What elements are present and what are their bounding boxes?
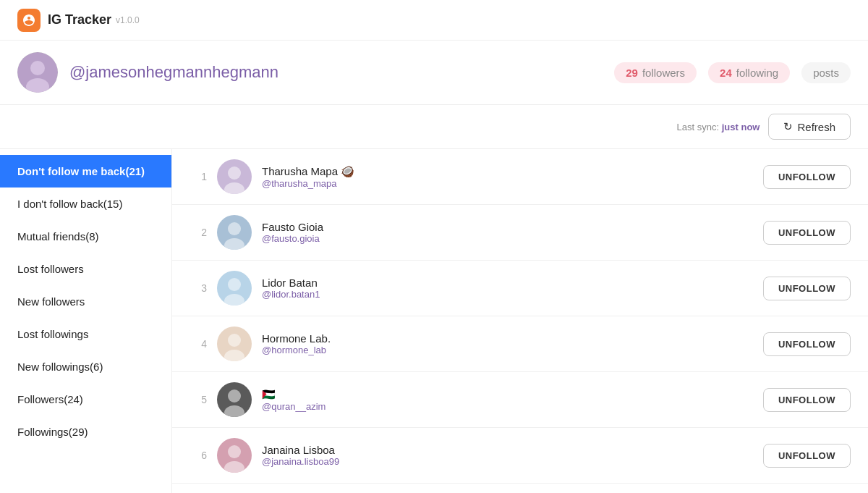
following-label: following [736,67,778,79]
unfollow-button[interactable]: UNFOLLOW [763,165,851,189]
svg-point-16 [228,389,241,403]
user-name: Tharusha Mapa 🥥 [262,165,753,178]
user-row: 3 Lidor Batan@lidor.batan1UNFOLLOW [172,261,868,316]
svg-point-13 [228,334,241,347]
row-number: 2 [190,227,207,238]
user-row: 6 Janaina Lisboa@janaina.lisboa99UNFOLLO… [172,428,868,484]
user-name: Fausto Gioia [262,221,753,233]
user-handle: @tharusha_mapa [262,178,753,189]
user-avatar [217,159,252,194]
unfollow-button[interactable]: UNFOLLOW [763,221,851,245]
sidebar-item-i-dont-follow[interactable]: I don't follow back(15) [0,187,171,220]
row-number: 1 [190,171,207,182]
sidebar-item-dont-follow-back[interactable]: Don't follow me back(21) [0,155,171,187]
refresh-icon: ↻ [783,120,793,133]
user-info: Hormone Lab.@hormone_lab [262,332,753,355]
posts-label: posts [813,67,839,79]
unfollow-button[interactable]: UNFOLLOW [763,277,851,300]
profile-bar: @jamesonhegmannhegmann 29 followers 24 f… [0,41,868,105]
user-avatar [217,271,252,306]
following-count: 24 [720,67,732,79]
app-title: IG Tracker [48,12,111,28]
sync-label: Last sync: just now [677,122,760,132]
app-logo-icon [17,9,41,32]
user-avatar [217,438,252,473]
sidebar-item-mutual-friends[interactable]: Mutual friends(8) [0,220,171,253]
content-area: 1 Tharusha Mapa 🥥@tharusha_mapaUNFOLLOW2… [172,149,868,493]
posts-badge: posts [801,62,851,83]
svg-point-10 [228,278,241,291]
user-row: 1 Tharusha Mapa 🥥@tharusha_mapaUNFOLLOW [172,149,868,205]
refresh-label: Refresh [797,121,835,133]
sidebar-item-new-followings[interactable]: New followings(6) [0,350,171,383]
svg-point-4 [228,167,241,180]
user-handle: @lidor.batan1 [262,289,753,300]
app-version: v1.0.0 [116,15,140,25]
user-info: 🇵🇸@quran__azim [262,388,753,412]
sidebar-item-lost-followers[interactable]: Lost followers [0,253,171,285]
unfollow-button[interactable]: UNFOLLOW [763,444,851,468]
row-number: 5 [190,394,207,405]
sidebar-item-new-followers[interactable]: New followers [0,285,171,318]
sync-time: just now [722,122,760,132]
user-avatar [217,382,252,417]
followers-label: followers [642,67,685,79]
profile-avatar [17,52,58,93]
user-avatar [217,215,252,250]
sidebar: Don't follow me back(21)I don't follow b… [0,149,172,493]
user-row: 5 🇵🇸@quran__azimUNFOLLOW [172,372,868,428]
sidebar-item-lost-followings[interactable]: Lost followings [0,318,171,350]
user-info: Janaina Lisboa@janaina.lisboa99 [262,444,753,467]
row-number: 3 [190,282,207,294]
main-layout: Don't follow me back(21)I don't follow b… [0,149,868,493]
row-number: 6 [190,450,207,461]
user-info: Fausto Gioia@fausto.gioia [262,221,753,244]
user-name: Janaina Lisboa [262,444,753,456]
refresh-button[interactable]: ↻ Refresh [768,114,851,140]
followers-count: 29 [626,67,638,79]
user-handle: @quran__azim [262,401,753,412]
user-name: 🇵🇸 [262,388,753,401]
user-row: 2 Fausto Gioia@fausto.gioiaUNFOLLOW [172,205,868,261]
user-name: Lidor Batan [262,277,753,289]
user-name: Hormone Lab. [262,332,753,345]
sidebar-item-followings[interactable]: Followings(29) [0,416,171,448]
user-row: 4 Hormone Lab.@hormone_labUNFOLLOW [172,316,868,372]
row-number: 4 [190,338,207,350]
svg-point-1 [30,61,45,75]
user-handle: @janaina.lisboa99 [262,456,753,467]
unfollow-button[interactable]: UNFOLLOW [763,332,851,356]
user-avatar [217,326,252,361]
user-info: Lidor Batan@lidor.batan1 [262,277,753,300]
following-badge: 24 following [708,62,790,83]
user-info: Tharusha Mapa 🥥@tharusha_mapa [262,165,753,189]
unfollow-button[interactable]: UNFOLLOW [763,388,851,412]
sidebar-item-followers[interactable]: Followers(24) [0,383,171,416]
user-handle: @hormone_lab [262,345,753,355]
profile-username: @jamesonhegmannhegmann [69,63,603,82]
followers-badge: 29 followers [614,62,697,83]
user-row: 7 Elianaa_souza@elianaasouza9877UNFOLLOW [172,484,868,493]
user-handle: @fausto.gioia [262,233,753,244]
svg-point-7 [228,222,241,235]
app-header: IG Tracker v1.0.0 [0,0,868,41]
sync-bar: Last sync: just now ↻ Refresh [0,105,868,149]
svg-point-19 [228,445,241,458]
